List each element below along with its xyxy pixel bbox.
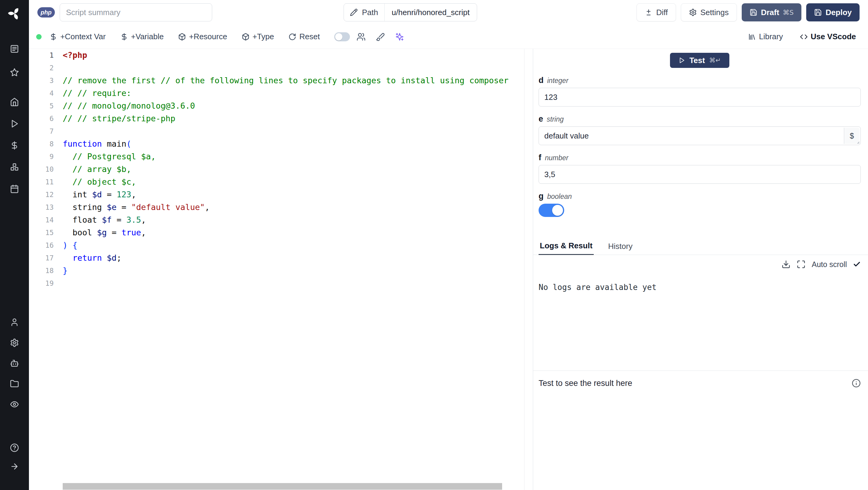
field-f-name: f [538, 153, 541, 162]
sidebar-expand[interactable] [7, 462, 22, 471]
sidebar-item-settings[interactable] [7, 338, 22, 348]
reset-button[interactable]: Reset [288, 32, 320, 41]
sidebar-item-resources[interactable] [7, 162, 22, 172]
field-e: e string $ [538, 114, 861, 145]
field-d-name: d [538, 76, 544, 85]
code-line-11[interactable]: 11 // object $c, [29, 176, 524, 188]
sidebar-item-schedules[interactable] [7, 184, 22, 194]
home-icon [10, 97, 19, 107]
add-type-button[interactable]: +Type [242, 32, 274, 41]
draft-button[interactable]: Draft ⌘S [742, 3, 802, 22]
code-line-15[interactable]: 15 bool $g = true, [29, 226, 524, 239]
panel-splitter[interactable] [524, 49, 533, 490]
auto-scroll-check-icon[interactable] [853, 260, 861, 268]
sidebar [0, 0, 29, 490]
code-line-8[interactable]: 8function main( [29, 138, 524, 150]
sidebar-item-workers[interactable] [7, 358, 22, 368]
workspace-icon [10, 45, 19, 53]
add-type-label: +Type [253, 32, 274, 41]
sidebar-item-users[interactable] [7, 317, 22, 327]
no-logs-message: No logs are available yet [538, 283, 656, 292]
toolbar-toggle[interactable] [334, 32, 350, 41]
deploy-button-label: Deploy [826, 8, 852, 17]
info-icon[interactable] [852, 379, 861, 388]
save-icon [749, 8, 757, 16]
code-line-14[interactable]: 14 float $f = 3.5, [29, 213, 524, 226]
use-vscode-button[interactable]: Use VScode [800, 32, 856, 41]
draft-shortcut: ⌘S [783, 9, 794, 16]
download-logs-icon[interactable] [781, 260, 790, 269]
result-hint: Test to see the result here [538, 379, 632, 388]
field-g: g boolean [538, 192, 861, 217]
code-line-12[interactable]: 12 int $d = 123, [29, 188, 524, 201]
code-line-19[interactable]: 19 [29, 277, 524, 290]
code-line-10[interactable]: 10 // array $b, [29, 163, 524, 176]
sidebar-item-variables[interactable] [7, 141, 22, 150]
add-variable-label: +Variable [131, 32, 164, 41]
pencil-icon [350, 8, 358, 16]
deploy-button[interactable]: Deploy [806, 3, 860, 22]
package-icon [242, 33, 250, 41]
field-f-input[interactable] [538, 165, 861, 184]
field-e-input[interactable] [538, 126, 861, 145]
sidebar-item-favorites[interactable] [7, 67, 22, 77]
users-toggle-button[interactable] [356, 32, 366, 41]
sidebar-item-workspace[interactable] [7, 44, 22, 54]
code-line-3[interactable]: 3// remove the first // of the following… [29, 74, 524, 87]
settings-button[interactable]: Settings [681, 3, 737, 22]
field-e-type: string [547, 115, 564, 123]
logs-body: No logs are available yet [533, 269, 868, 371]
code-line-9[interactable]: 9 // Postgresql $a, [29, 150, 524, 163]
code-line-17[interactable]: 17 return $d; [29, 252, 524, 264]
field-d: d integer [538, 76, 861, 107]
code-line-1[interactable]: 1<?php [29, 49, 524, 62]
dollar-icon [50, 33, 57, 41]
code-lines: 1<?php23// remove the first // of the fo… [29, 49, 524, 290]
code-line-5[interactable]: 5// // monolog/monolog@3.6.0 [29, 99, 524, 112]
code-line-2[interactable]: 2 [29, 62, 524, 74]
horizontal-scrollbar[interactable] [63, 483, 502, 490]
library-button[interactable]: Library [748, 32, 783, 41]
code-line-18[interactable]: 18} [29, 264, 524, 277]
sidebar-item-home[interactable] [7, 97, 22, 107]
tab-history[interactable]: History [607, 242, 634, 255]
tab-logs-result[interactable]: Logs & Result [538, 241, 594, 255]
code-line-13[interactable]: 13 string $e = "default value", [29, 201, 524, 213]
path-label: Path [362, 8, 378, 17]
code-editor[interactable]: 1<?php23// remove the first // of the fo… [29, 49, 524, 490]
arrow-right-icon [10, 462, 19, 471]
test-button-label: Test [689, 56, 705, 65]
add-resource-button[interactable]: +Resource [178, 32, 227, 41]
add-resource-label: +Resource [189, 32, 227, 41]
ai-assistant-button[interactable] [395, 32, 404, 41]
sidebar-logo[interactable] [7, 7, 22, 22]
expand-logs-icon[interactable] [797, 260, 806, 269]
format-button[interactable] [376, 32, 385, 41]
sidebar-item-folders[interactable] [7, 379, 22, 388]
test-button[interactable]: Test ⌘↵ [670, 53, 729, 68]
code-line-16[interactable]: 16) { [29, 239, 524, 252]
boolean-toggle-g[interactable] [538, 204, 564, 217]
field-d-input[interactable] [538, 88, 861, 107]
sparkles-icon [395, 32, 404, 41]
code-line-6[interactable]: 6// // stripe/stripe-php [29, 112, 524, 125]
users-icon [356, 32, 366, 41]
reset-icon [288, 33, 296, 41]
sidebar-item-audit[interactable] [7, 400, 22, 409]
code-line-7[interactable]: 7 [29, 125, 524, 138]
path-control[interactable]: Path u/henri/honored_script [344, 3, 477, 22]
editor-toolbar: +Context Var +Variable +Resource +Type R… [29, 25, 868, 49]
folder-icon [10, 379, 19, 388]
script-summary-input[interactable] [60, 3, 212, 22]
gear-icon [10, 338, 19, 347]
add-variable-button[interactable]: +Variable [120, 32, 164, 41]
user-icon [10, 318, 19, 327]
sidebar-item-help[interactable] [7, 443, 22, 453]
sidebar-item-runs[interactable] [7, 119, 22, 128]
library-label: Library [759, 32, 783, 41]
diff-button[interactable]: Diff [637, 3, 676, 22]
resize-handle-icon[interactable] [856, 140, 860, 144]
add-context-var-button[interactable]: +Context Var [50, 32, 106, 41]
code-line-4[interactable]: 4// // require: [29, 87, 524, 99]
topbar: php Path u/henri/honored_script Diff Set… [29, 0, 868, 25]
